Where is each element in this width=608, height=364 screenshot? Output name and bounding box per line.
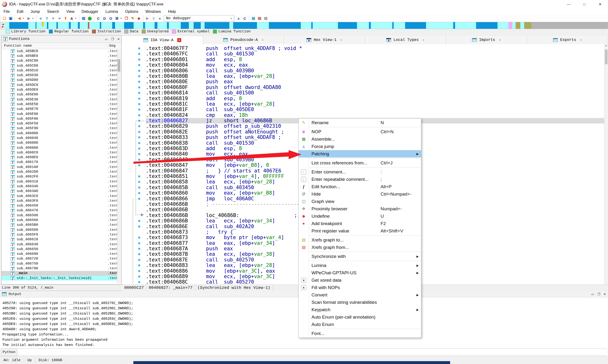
function-row[interactable]: fsub_405E00.text	[2, 92, 117, 97]
tab-imports[interactable]: Imports✕	[446, 36, 527, 44]
column-function-name[interactable]: Function name	[4, 44, 32, 48]
function-row[interactable]: fsub_405DE0.text	[2, 87, 117, 92]
navigate-forward-icon[interactable]: ▶	[26, 16, 31, 21]
menu-view[interactable]: View	[63, 8, 78, 15]
minimize-button[interactable]: —	[561, 0, 577, 8]
create-struct-icon[interactable]: O	[108, 16, 113, 21]
function-row[interactable]: f_main.text	[2, 271, 117, 276]
function-row[interactable]: fsub_4063F0.text	[2, 198, 117, 203]
function-row[interactable]: fsub_406630.text	[2, 242, 117, 247]
function-row[interactable]: fsub_405DC0.text	[2, 83, 117, 87]
font-dropdown-icon[interactable]: ▾	[75, 17, 78, 20]
menu-item-print-register-value[interactable]: Print register valueAlt+Shift+V	[299, 227, 421, 234]
function-row[interactable]: fsub_405E70.text	[2, 107, 117, 112]
menu-item-edit-function[interactable]: fEdit function...Alt+P	[299, 183, 421, 190]
list-red-icon[interactable]: ▤	[257, 16, 262, 21]
menu-options[interactable]: Options	[122, 8, 142, 15]
menu-item-list-cross-references-from[interactable]: List cross references from...Ctrl+J	[299, 159, 421, 167]
save-icon[interactable]: ▣	[8, 16, 13, 21]
navigate-back-icon[interactable]: ◀	[17, 16, 22, 21]
navband-scroll-arrows[interactable]: ◀▶	[0, 22, 5, 29]
python-input[interactable]	[18, 349, 607, 355]
jump-by-text-icon[interactable]: T	[44, 16, 50, 21]
function-row[interactable]: fsub_405D30.text	[2, 73, 117, 78]
function-row[interactable]: fsub_4061A0.text	[2, 165, 117, 169]
function-row[interactable]: fsub_4062D0.text	[2, 169, 117, 174]
back-dropdown-icon[interactable]: ▾	[23, 17, 25, 20]
menu-item-lumina[interactable]: Lumina▶	[299, 262, 421, 269]
function-row[interactable]: fsub_405E50.text	[2, 102, 117, 107]
disassembly-row[interactable]: .text:00406814callsub_401500	[122, 90, 608, 96]
menu-search[interactable]: Search	[43, 8, 63, 15]
disassembly-row[interactable]: .text:00406824cmpeax, 18h	[122, 113, 608, 118]
open-folder-icon[interactable]: ❏	[2, 16, 7, 21]
menu-item-enter-repeatable-comment[interactable]: ;Enter repeatable comment...;	[299, 176, 421, 183]
menu-item-fill-with-nops[interactable]: xFill with NOPs	[299, 284, 421, 291]
tab-ida-view-a[interactable]: IDA View-A✕	[122, 36, 203, 44]
menu-item-enter-comment[interactable]: :Enter comment...:	[299, 168, 421, 176]
function-row[interactable]: fsub_405D10.text	[2, 68, 117, 73]
function-row[interactable]: fsub_4065D0.text	[2, 227, 117, 232]
function-row[interactable]: fstd::_Init_locks::_Init_locks(void).tex…	[2, 276, 117, 281]
function-row[interactable]: fsub_405C90.text	[2, 59, 117, 63]
function-row[interactable]: fsub_405F00.text	[2, 116, 117, 121]
function-row[interactable]: fsub_406000.text	[2, 131, 117, 136]
menu-item-auto-enum-per-call-annotation[interactable]: Auto Enum (per-call annotation)	[299, 313, 421, 321]
debug-pause-icon[interactable]: ‖	[151, 16, 156, 21]
jump-by-xref-icon[interactable]: ⌖	[51, 16, 56, 21]
menu-item-hide[interactable]: ØHideCtrl+Numpad+-	[299, 190, 421, 198]
functions-scrollbar[interactable]	[117, 49, 121, 283]
jump-by-number-icon[interactable]: #	[38, 16, 43, 21]
disassembly-row[interactable]: .text:00406806callsub_4039B0	[122, 68, 608, 74]
edit-pencil-icon[interactable]: ✎	[130, 16, 135, 21]
panel-close-icon[interactable]: ✕	[117, 37, 120, 41]
menu-item-graph-view[interactable]: ◫Graph view	[299, 198, 421, 205]
function-row[interactable]: fsub_406340.text	[2, 184, 117, 189]
debugger-combo[interactable]: No debugger∨	[164, 15, 234, 21]
jump-forward-icon[interactable]: ➜	[57, 16, 62, 21]
debug-stop-icon[interactable]: ■	[157, 16, 162, 21]
source-c2-icon[interactable]: C	[242, 16, 247, 21]
function-row[interactable]: fsub_406080.text	[2, 141, 117, 145]
menu-item-get-xored-data[interactable]: xGet xored data	[299, 276, 421, 284]
function-row[interactable]: fsub_406040.text	[2, 136, 117, 140]
font-a-icon[interactable]: A	[69, 16, 74, 21]
tab-close-icon[interactable]: ✕	[261, 38, 263, 42]
list-plus-icon[interactable]: ▤	[263, 16, 268, 21]
function-row[interactable]: fsub_4060A0.text	[2, 145, 117, 150]
function-row[interactable]: fsub_406310.text	[2, 179, 117, 184]
tab-pseudocode-a[interactable]: Pseudocode-A✕	[203, 36, 284, 44]
scrollbar-up-icon[interactable]: ▲	[604, 44, 608, 48]
function-row[interactable]: fsub_4063C0.text	[2, 194, 117, 198]
tab-hex-view-1[interactable]: Hex View-1✕	[284, 36, 365, 44]
function-row[interactable]: fsub_406720.text	[2, 257, 117, 261]
tab-exports[interactable]: Exports✕	[527, 36, 608, 44]
window-jump-icon[interactable]: ▤	[81, 16, 86, 21]
menu-item-xrefs-graph-to[interactable]: ▤Xrefs graph to...	[299, 236, 421, 244]
menu-item-scan-format-string-vulnerabilities[interactable]: Scan format string vulnerabilities	[299, 299, 421, 306]
menu-item-nop[interactable]: ◆NOPCtrl+N	[299, 128, 421, 135]
tab-close-icon[interactable]: ✕	[580, 38, 582, 42]
menu-item-undefine[interactable]: ◆UndefineU	[299, 212, 421, 220]
undefine-icon[interactable]: ◆	[136, 16, 141, 21]
list-teal-icon[interactable]: ▤	[251, 16, 256, 21]
maximize-button[interactable]: □	[577, 0, 592, 8]
function-row[interactable]: fsub_406170.text	[2, 160, 117, 165]
jump-up-icon[interactable]: ⬆	[63, 16, 68, 21]
patch-bytes-icon[interactable]: ❒	[124, 16, 129, 21]
debug-play-icon[interactable]: ▶	[145, 16, 150, 21]
function-row[interactable]: fsub_406450.text	[2, 203, 117, 208]
function-row[interactable]: fsub_405CD0.text	[2, 63, 117, 68]
lumina-status-icon[interactable]: ⬤	[87, 16, 92, 21]
function-row[interactable]: fsub_406650.text	[2, 247, 117, 251]
function-row[interactable]: fsub_405D80.text	[2, 78, 117, 83]
menu-item-convert[interactable]: Convert▶	[299, 291, 421, 299]
menu-file[interactable]: File	[0, 8, 13, 15]
function-row[interactable]: fsub_4060C0.text	[2, 150, 117, 155]
disassembly-row[interactable]: .text:0040681Cleaecx, [ebp+var_28]	[122, 101, 608, 107]
function-row[interactable]: fsub_4065B0.text	[2, 223, 117, 227]
tab-local-types[interactable]: Local Types✕	[365, 36, 446, 44]
forward-dropdown-icon[interactable]: ▾	[32, 17, 35, 20]
output-restore-icon[interactable]: ▭	[591, 292, 594, 296]
menu-item-font[interactable]: Font...	[299, 330, 421, 337]
